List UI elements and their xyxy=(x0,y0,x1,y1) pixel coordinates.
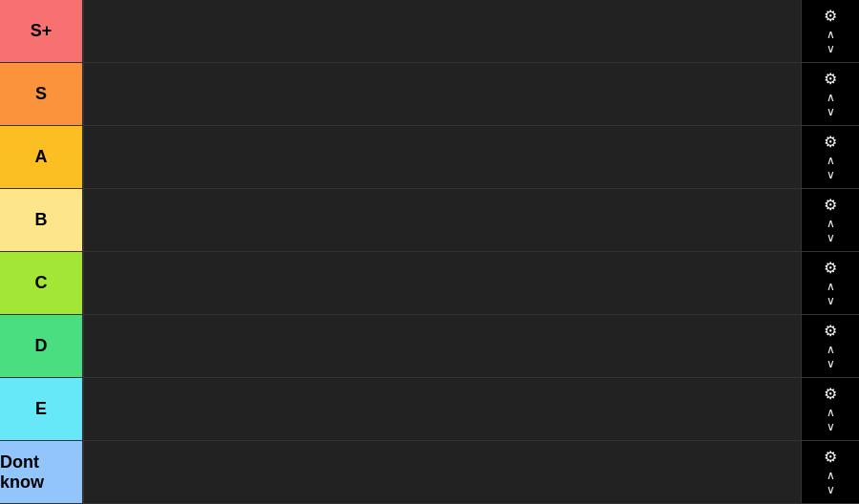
tier-row-b: B⚙∧∨ xyxy=(0,189,859,252)
tier-controls-s: ⚙∧∨ xyxy=(802,63,859,125)
controls-inner-c: ⚙∧∨ xyxy=(821,260,840,307)
chevron-down-icon-d[interactable]: ∨ xyxy=(824,357,838,370)
gear-icon-sp[interactable]: ⚙ xyxy=(821,8,840,25)
controls-inner-a: ⚙∧∨ xyxy=(821,134,840,181)
chevron-up-icon-sp[interactable]: ∧ xyxy=(824,28,838,41)
tier-controls-sp: ⚙∧∨ xyxy=(802,0,859,62)
chevron-up-icon-c[interactable]: ∧ xyxy=(824,280,838,293)
tier-content-b[interactable] xyxy=(84,189,802,251)
tier-controls-b: ⚙∧∨ xyxy=(802,189,859,251)
chevron-down-icon-s[interactable]: ∨ xyxy=(824,105,838,118)
tier-row-e: E⚙∧∨ xyxy=(0,378,859,441)
chevron-up-icon-dk[interactable]: ∧ xyxy=(824,469,838,482)
tier-label-e: E xyxy=(0,378,84,440)
chevron-down-icon-a[interactable]: ∨ xyxy=(824,168,838,181)
controls-inner-b: ⚙∧∨ xyxy=(821,197,840,244)
tier-controls-e: ⚙∧∨ xyxy=(802,378,859,440)
chevron-down-icon-e[interactable]: ∨ xyxy=(824,420,838,433)
chevron-down-icon-c[interactable]: ∨ xyxy=(824,294,838,307)
tier-content-s[interactable] xyxy=(84,63,802,125)
tier-content-c[interactable] xyxy=(84,252,802,314)
tier-row-dk: Dont know⚙∧∨ xyxy=(0,441,859,504)
tier-content-d[interactable] xyxy=(84,315,802,377)
gear-icon-c[interactable]: ⚙ xyxy=(821,260,840,277)
tier-label-dk: Dont know xyxy=(0,441,84,503)
gear-icon-s[interactable]: ⚙ xyxy=(821,71,840,88)
controls-inner-dk: ⚙∧∨ xyxy=(821,449,840,496)
tier-content-sp[interactable] xyxy=(84,0,802,62)
gear-icon-a[interactable]: ⚙ xyxy=(821,134,840,151)
tier-row-c: C⚙∧∨ xyxy=(0,252,859,315)
chevron-up-icon-d[interactable]: ∧ xyxy=(824,343,838,356)
tier-row-d: D⚙∧∨ xyxy=(0,315,859,378)
gear-icon-d[interactable]: ⚙ xyxy=(821,323,840,340)
tier-content-e[interactable] xyxy=(84,378,802,440)
chevron-down-icon-sp[interactable]: ∨ xyxy=(824,42,838,55)
chevron-up-icon-e[interactable]: ∧ xyxy=(824,406,838,419)
tier-list: S+⚙∧∨S⚙∧∨A⚙∧∨B⚙∧∨C⚙∧∨D⚙∧∨E⚙∧∨Dont know⚙∧… xyxy=(0,0,859,504)
controls-inner-s: ⚙∧∨ xyxy=(821,71,840,118)
chevron-up-icon-a[interactable]: ∧ xyxy=(824,154,838,167)
tier-label-s: S xyxy=(0,63,84,125)
tier-content-a[interactable] xyxy=(84,126,802,188)
chevron-down-icon-dk[interactable]: ∨ xyxy=(824,483,838,496)
tier-label-c: C xyxy=(0,252,84,314)
gear-icon-b[interactable]: ⚙ xyxy=(821,197,840,214)
controls-inner-d: ⚙∧∨ xyxy=(821,323,840,370)
tier-label-sp: S+ xyxy=(0,0,84,62)
chevron-up-icon-s[interactable]: ∧ xyxy=(824,91,838,104)
tier-label-d: D xyxy=(0,315,84,377)
gear-icon-e[interactable]: ⚙ xyxy=(821,386,840,403)
tier-controls-a: ⚙∧∨ xyxy=(802,126,859,188)
tier-label-b: B xyxy=(0,189,84,251)
controls-inner-e: ⚙∧∨ xyxy=(821,386,840,433)
tier-label-a: A xyxy=(0,126,84,188)
tier-controls-c: ⚙∧∨ xyxy=(802,252,859,314)
tier-row-s: S⚙∧∨ xyxy=(0,63,859,126)
gear-icon-dk[interactable]: ⚙ xyxy=(821,449,840,466)
tier-content-dk[interactable] xyxy=(84,441,802,503)
chevron-up-icon-b[interactable]: ∧ xyxy=(824,217,838,230)
tier-row-a: A⚙∧∨ xyxy=(0,126,859,189)
controls-inner-sp: ⚙∧∨ xyxy=(821,8,840,55)
chevron-down-icon-b[interactable]: ∨ xyxy=(824,231,838,244)
tier-controls-d: ⚙∧∨ xyxy=(802,315,859,377)
tier-controls-dk: ⚙∧∨ xyxy=(802,441,859,503)
tier-row-sp: S+⚙∧∨ xyxy=(0,0,859,63)
